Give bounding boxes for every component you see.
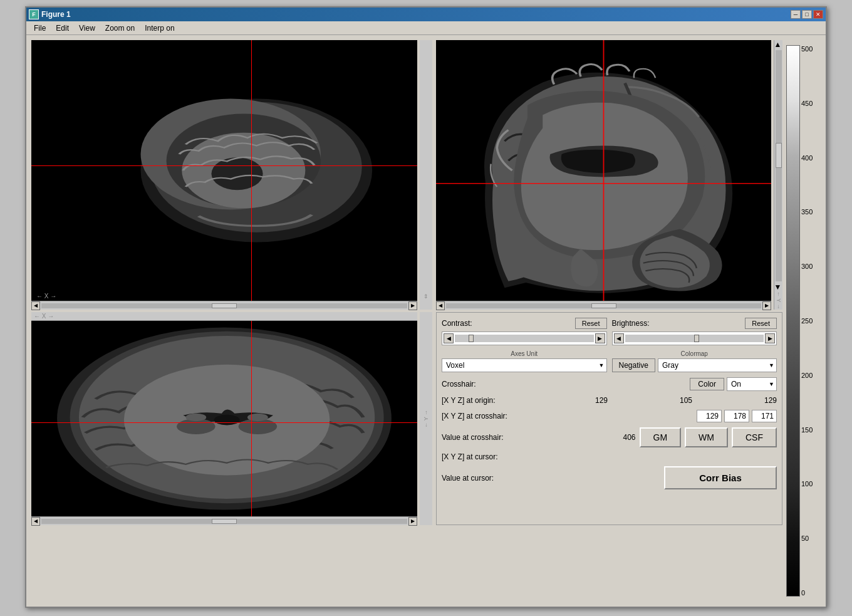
scroll-left-arrow-bottom[interactable]: ◀	[31, 517, 40, 526]
colorbar-450: 450	[801, 100, 813, 107]
svg-point-16	[247, 414, 268, 421]
v-track[interactable]	[776, 50, 782, 281]
crosshair-on-select[interactable]: On Off	[727, 377, 777, 391]
origin-values: 129 105 129	[526, 396, 777, 405]
csf-button[interactable]: CSF	[732, 427, 777, 447]
right-top-section: ◀ ▶ ▲ ▼ ← Y →	[436, 40, 782, 310]
crosshair-color-button[interactable]: Color	[690, 378, 724, 390]
colorbar-0: 0	[801, 589, 813, 597]
top-views-row: ◀ ▶ ← X → ⇕	[31, 40, 432, 310]
scroll-up-arrow[interactable]: ▲	[774, 40, 783, 49]
colorbar-300: 300	[801, 263, 813, 270]
value-crosshair-row: Value at crosshair: 406 GM WM CSF	[442, 427, 777, 447]
wm-button[interactable]: WM	[685, 427, 728, 447]
contrast-left-arrow[interactable]: ◀	[444, 333, 454, 343]
colorbar-350: 350	[801, 208, 813, 216]
colorbar-250: 250	[801, 317, 813, 325]
corr-bias-button[interactable]: Corr Bias	[664, 466, 777, 489]
viewport-top-right[interactable]	[436, 40, 771, 301]
menu-bar: File Edit View Zoom on Interp on	[26, 21, 826, 35]
minimize-button[interactable]: ─	[791, 10, 801, 19]
origin-x: 129	[526, 396, 608, 405]
viewport-bottom-left[interactable]	[31, 321, 417, 516]
colormap-group: Colormap Negative Gray Hot Jet HSV ▼	[612, 350, 777, 372]
crosshair-x-input[interactable]	[697, 410, 722, 422]
svg-point-15	[185, 414, 206, 421]
scroll-right-arrow-bottom[interactable]: ▶	[408, 517, 417, 526]
scroll-track[interactable]	[41, 303, 407, 308]
cursor-label: [X Y Z] at cursor:	[442, 452, 523, 461]
crosshair-y-input[interactable]	[724, 410, 749, 422]
controls-panel: Contrast: Reset ◀ ▶	[436, 312, 782, 525]
brightness-header: Brightness: Reset	[612, 318, 777, 329]
main-content: ◀ ▶ ← X → ⇕	[26, 35, 826, 607]
scroll-right-arrow[interactable]: ▶	[408, 301, 417, 310]
crosshair-controls: Color On Off ▼	[526, 377, 777, 391]
scrollbar-h-bottom[interactable]: ◀ ▶	[31, 516, 417, 525]
value-cursor-row: Value at cursor: Corr Bias	[442, 466, 777, 489]
brain-svg-bottom	[31, 321, 417, 516]
scroll-thumb-right[interactable]	[591, 303, 616, 308]
contrast-brightness-row: Contrast: Reset ◀ ▶	[442, 318, 777, 345]
scroll-track-bottom[interactable]	[41, 519, 407, 524]
contrast-thumb[interactable]	[469, 335, 474, 342]
scroll-left-arrow[interactable]: ◀	[31, 301, 40, 310]
contrast-track[interactable]	[455, 335, 594, 342]
scroll-left-arrow-right[interactable]: ◀	[436, 301, 445, 310]
v-thumb[interactable]	[776, 143, 782, 168]
crosshair-z-input[interactable]	[752, 410, 777, 422]
brightness-left-arrow[interactable]: ◀	[614, 333, 624, 343]
scroll-track-right[interactable]	[446, 303, 761, 308]
y-axis-label-vert: ← Y →	[423, 410, 429, 428]
left-panel: ◀ ▶ ← X → ⇕	[31, 40, 432, 602]
viewport-top-left[interactable]	[31, 40, 417, 301]
crosshair-v-top-left	[251, 40, 252, 301]
scrollbar-h-top-left[interactable]: ◀ ▶	[31, 301, 417, 310]
axes-unit-select-wrapper: Voxel mm ▼	[442, 358, 607, 372]
menu-file[interactable]: File	[29, 23, 51, 34]
viewport-top-left-wrapper: ◀ ▶ ← X →	[31, 40, 417, 310]
colorbar-400: 400	[801, 154, 813, 162]
brightness-right-arrow[interactable]: ▶	[765, 333, 775, 343]
brightness-group: Brightness: Reset ◀ ▶	[612, 318, 777, 345]
menu-zoom[interactable]: Zoom on	[100, 23, 140, 34]
brightness-thumb[interactable]	[694, 335, 699, 342]
scrollbar-h-right[interactable]: ◀ ▶	[436, 301, 771, 310]
crosshair-on-select-wrapper: On Off ▼	[727, 377, 777, 391]
colorbar-200: 200	[801, 372, 813, 379]
scroll-thumb[interactable]	[212, 303, 237, 308]
main-window: F Figure 1 ─ □ ✕ File Edit View Zoom on …	[25, 6, 827, 608]
scrollbar-v-right[interactable]: ▲ ▼ ← Y →	[774, 40, 782, 310]
origin-label: [X Y Z] at origin:	[442, 396, 523, 405]
axes-unit-select[interactable]: Voxel mm	[442, 358, 607, 372]
contrast-header: Contrast: Reset	[442, 318, 607, 329]
menu-edit[interactable]: Edit	[51, 23, 74, 34]
value-crosshair-right: 406 GM WM CSF	[528, 427, 777, 447]
menu-interp[interactable]: Interp on	[140, 23, 179, 34]
value-cursor-label: Value at cursor:	[442, 474, 523, 483]
scroll-down-arrow[interactable]: ▼	[774, 283, 783, 291]
crosshair-xyz-values	[526, 410, 777, 422]
colormap-select-wrapper: Gray Hot Jet HSV ▼	[658, 358, 777, 372]
brightness-reset-button[interactable]: Reset	[745, 318, 777, 329]
x-axis-label: ← X →	[36, 293, 56, 300]
colormap-select[interactable]: Gray Hot Jet HSV	[658, 358, 777, 372]
contrast-reset-button[interactable]: Reset	[575, 318, 607, 329]
origin-y: 105	[610, 396, 692, 405]
gm-button[interactable]: GM	[640, 427, 682, 447]
brightness-track[interactable]	[625, 335, 764, 342]
brightness-slider[interactable]: ◀ ▶	[612, 331, 777, 345]
close-button[interactable]: ✕	[813, 10, 823, 19]
scroll-thumb-bottom[interactable]	[212, 519, 237, 524]
separator-vertical: ⇕	[420, 40, 432, 310]
crosshair-v-bottom	[251, 321, 252, 516]
negative-button[interactable]: Negative	[612, 358, 655, 372]
z-axis-bar: ← X →	[31, 312, 417, 321]
crosshair-h-top-left	[31, 165, 417, 166]
crosshair-xyz-row: [X Y Z] at crosshair:	[442, 410, 777, 422]
contrast-slider[interactable]: ◀ ▶	[442, 331, 607, 345]
scroll-right-arrow-right[interactable]: ▶	[762, 301, 771, 310]
menu-view[interactable]: View	[74, 23, 100, 34]
maximize-button[interactable]: □	[802, 10, 812, 19]
contrast-right-arrow[interactable]: ▶	[595, 333, 605, 343]
